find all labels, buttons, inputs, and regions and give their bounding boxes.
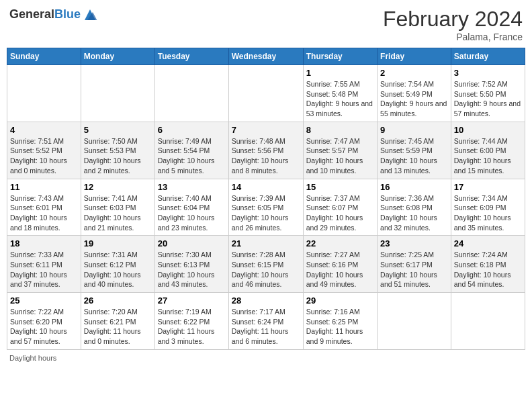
calendar-cell: 27Sunrise: 7:19 AM Sunset: 6:22 PM Dayli… (154, 293, 228, 350)
calendar-week-row: 25Sunrise: 7:22 AM Sunset: 6:20 PM Dayli… (7, 293, 525, 350)
day-number: 16 (380, 182, 448, 192)
daylight-label: Daylight hours (9, 354, 56, 362)
day-number: 13 (158, 182, 226, 192)
day-number: 6 (158, 125, 226, 135)
day-number: 1 (306, 68, 374, 78)
day-number: 9 (380, 125, 448, 135)
day-info: Sunrise: 7:51 AM Sunset: 5:52 PM Dayligh… (10, 136, 78, 176)
day-info: Sunrise: 7:20 AM Sunset: 6:21 PM Dayligh… (84, 307, 152, 347)
day-info: Sunrise: 7:33 AM Sunset: 6:11 PM Dayligh… (10, 250, 78, 289)
day-info: Sunrise: 7:36 AM Sunset: 6:08 PM Dayligh… (380, 193, 448, 233)
calendar-week-row: 18Sunrise: 7:33 AM Sunset: 6:11 PM Dayli… (7, 236, 525, 293)
calendar-week-row: 1Sunrise: 7:55 AM Sunset: 5:48 PM Daylig… (7, 65, 525, 122)
calendar-table: SundayMondayTuesdayWednesdayThursdayFrid… (7, 48, 525, 350)
header-day: Tuesday (154, 48, 228, 65)
day-info: Sunrise: 7:47 AM Sunset: 5:57 PM Dayligh… (306, 136, 374, 176)
day-info: Sunrise: 7:24 AM Sunset: 6:18 PM Dayligh… (454, 250, 522, 289)
day-info: Sunrise: 7:22 AM Sunset: 6:20 PM Dayligh… (10, 307, 78, 347)
location: Palama, France (383, 32, 523, 42)
calendar-cell: 7Sunrise: 7:48 AM Sunset: 5:56 PM Daylig… (228, 122, 303, 179)
calendar-cell: 20Sunrise: 7:30 AM Sunset: 6:13 PM Dayli… (154, 236, 228, 293)
day-info: Sunrise: 7:40 AM Sunset: 6:04 PM Dayligh… (158, 193, 226, 233)
day-info: Sunrise: 7:55 AM Sunset: 5:48 PM Dayligh… (306, 79, 374, 119)
calendar-cell: 8Sunrise: 7:47 AM Sunset: 5:57 PM Daylig… (303, 122, 377, 179)
day-info: Sunrise: 7:19 AM Sunset: 6:22 PM Dayligh… (158, 307, 226, 347)
day-number: 22 (306, 238, 374, 248)
day-number: 3 (454, 68, 522, 78)
day-info: Sunrise: 7:17 AM Sunset: 6:24 PM Dayligh… (232, 307, 300, 347)
header-day: Saturday (451, 48, 525, 65)
day-number: 19 (84, 238, 152, 248)
calendar-cell: 3Sunrise: 7:52 AM Sunset: 5:50 PM Daylig… (451, 65, 525, 122)
calendar-cell (228, 65, 303, 122)
header-row: SundayMondayTuesdayWednesdayThursdayFrid… (7, 48, 525, 65)
day-info: Sunrise: 7:37 AM Sunset: 6:07 PM Dayligh… (306, 193, 374, 233)
calendar-cell (81, 65, 154, 122)
logo: GeneralBlue (9, 7, 98, 23)
day-number: 4 (10, 125, 78, 135)
day-info: Sunrise: 7:45 AM Sunset: 5:59 PM Dayligh… (380, 136, 448, 176)
calendar-cell: 4Sunrise: 7:51 AM Sunset: 5:52 PM Daylig… (7, 122, 81, 179)
day-info: Sunrise: 7:41 AM Sunset: 6:03 PM Dayligh… (84, 193, 152, 233)
calendar-cell: 12Sunrise: 7:41 AM Sunset: 6:03 PM Dayli… (81, 179, 154, 236)
calendar-cell: 13Sunrise: 7:40 AM Sunset: 6:04 PM Dayli… (154, 179, 228, 236)
calendar-cell: 10Sunrise: 7:44 AM Sunset: 6:00 PM Dayli… (451, 122, 525, 179)
day-info: Sunrise: 7:27 AM Sunset: 6:16 PM Dayligh… (306, 250, 374, 289)
day-number: 27 (158, 295, 226, 306)
calendar-cell: 19Sunrise: 7:31 AM Sunset: 6:12 PM Dayli… (81, 236, 154, 293)
calendar-cell: 1Sunrise: 7:55 AM Sunset: 5:48 PM Daylig… (303, 65, 377, 122)
day-number: 2 (380, 68, 448, 78)
calendar-cell: 11Sunrise: 7:43 AM Sunset: 6:01 PM Dayli… (7, 179, 81, 236)
day-number: 29 (306, 295, 374, 306)
day-info: Sunrise: 7:30 AM Sunset: 6:13 PM Dayligh… (158, 250, 226, 289)
day-number: 24 (454, 238, 522, 248)
day-info: Sunrise: 7:49 AM Sunset: 5:54 PM Dayligh… (158, 136, 226, 176)
calendar-cell: 16Sunrise: 7:36 AM Sunset: 6:08 PM Dayli… (378, 179, 451, 236)
day-info: Sunrise: 7:52 AM Sunset: 5:50 PM Dayligh… (454, 79, 522, 119)
day-info: Sunrise: 7:39 AM Sunset: 6:05 PM Dayligh… (232, 193, 300, 233)
calendar-cell: 25Sunrise: 7:22 AM Sunset: 6:20 PM Dayli… (7, 293, 81, 350)
day-info: Sunrise: 7:43 AM Sunset: 6:01 PM Dayligh… (10, 193, 78, 233)
calendar-cell: 5Sunrise: 7:50 AM Sunset: 5:53 PM Daylig… (81, 122, 154, 179)
calendar-cell: 28Sunrise: 7:17 AM Sunset: 6:24 PM Dayli… (228, 293, 303, 350)
header-day: Thursday (303, 48, 377, 65)
calendar-cell (451, 293, 525, 350)
day-info: Sunrise: 7:25 AM Sunset: 6:17 PM Dayligh… (380, 250, 448, 289)
day-number: 25 (10, 295, 78, 306)
day-number: 18 (10, 238, 78, 248)
calendar-cell: 6Sunrise: 7:49 AM Sunset: 5:54 PM Daylig… (154, 122, 228, 179)
day-info: Sunrise: 7:50 AM Sunset: 5:53 PM Dayligh… (84, 136, 152, 176)
calendar-cell: 26Sunrise: 7:20 AM Sunset: 6:21 PM Dayli… (81, 293, 154, 350)
calendar-cell: 17Sunrise: 7:34 AM Sunset: 6:09 PM Dayli… (451, 179, 525, 236)
day-number: 26 (84, 295, 152, 306)
day-info: Sunrise: 7:54 AM Sunset: 5:49 PM Dayligh… (380, 79, 448, 119)
day-info: Sunrise: 7:16 AM Sunset: 6:25 PM Dayligh… (306, 307, 374, 347)
calendar-cell: 2Sunrise: 7:54 AM Sunset: 5:49 PM Daylig… (378, 65, 451, 122)
calendar-cell: 29Sunrise: 7:16 AM Sunset: 6:25 PM Dayli… (303, 293, 377, 350)
calendar-cell: 23Sunrise: 7:25 AM Sunset: 6:17 PM Dayli… (378, 236, 451, 293)
day-number: 21 (232, 238, 300, 248)
calendar-cell (378, 293, 451, 350)
footer: Daylight hours (7, 354, 525, 362)
calendar-week-row: 4Sunrise: 7:51 AM Sunset: 5:52 PM Daylig… (7, 122, 525, 179)
day-number: 20 (158, 238, 226, 248)
day-number: 14 (232, 182, 300, 192)
calendar-cell: 15Sunrise: 7:37 AM Sunset: 6:07 PM Dayli… (303, 179, 377, 236)
calendar-cell: 9Sunrise: 7:45 AM Sunset: 5:59 PM Daylig… (378, 122, 451, 179)
day-number: 11 (10, 182, 78, 192)
title-area: February 2024 Palama, France (383, 7, 523, 42)
page-header: GeneralBlue February 2024 Palama, France (7, 7, 525, 42)
day-info: Sunrise: 7:31 AM Sunset: 6:12 PM Dayligh… (84, 250, 152, 289)
day-info: Sunrise: 7:34 AM Sunset: 6:09 PM Dayligh… (454, 193, 522, 233)
day-number: 28 (232, 295, 300, 306)
calendar-cell: 18Sunrise: 7:33 AM Sunset: 6:11 PM Dayli… (7, 236, 81, 293)
logo-icon (82, 7, 98, 23)
day-number: 7 (232, 125, 300, 135)
day-info: Sunrise: 7:44 AM Sunset: 6:00 PM Dayligh… (454, 136, 522, 176)
header-day: Friday (378, 48, 451, 65)
calendar-cell (154, 65, 228, 122)
day-number: 17 (454, 182, 522, 192)
day-number: 5 (84, 125, 152, 135)
calendar-cell: 22Sunrise: 7:27 AM Sunset: 6:16 PM Dayli… (303, 236, 377, 293)
header-day: Monday (81, 48, 154, 65)
